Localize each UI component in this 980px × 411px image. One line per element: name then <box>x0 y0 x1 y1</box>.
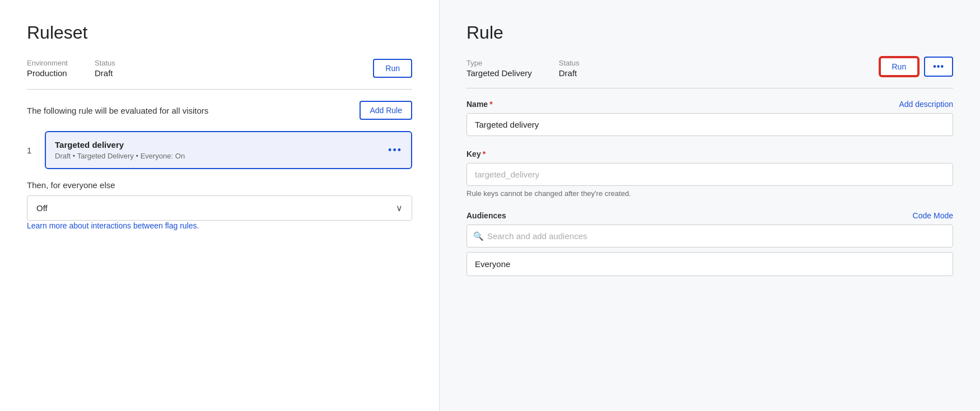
rule-more-icon[interactable]: ••• <box>388 144 402 156</box>
everyone-else-dropdown[interactable]: Off ∨ <box>27 195 412 221</box>
right-more-button[interactable]: ••• <box>924 57 953 77</box>
audience-tag: Everyone <box>466 252 953 276</box>
right-panel: Rule Type Targeted Delivery Status Draft… <box>440 0 980 411</box>
name-required-star: * <box>489 100 492 109</box>
audiences-label: Audiences <box>466 211 506 220</box>
chevron-down-icon: ∨ <box>396 203 403 213</box>
key-hint: Rule keys cannot be changed after they'r… <box>466 189 953 198</box>
environment-value: Production <box>27 68 68 78</box>
rule-number: 1 <box>27 146 38 155</box>
right-divider <box>466 88 953 88</box>
type-meta: Type Targeted Delivery <box>466 59 532 78</box>
key-label: Key* <box>466 150 486 158</box>
key-required-star: * <box>483 150 486 158</box>
name-input[interactable] <box>466 113 953 136</box>
learn-more-link[interactable]: Learn more about interactions between fl… <box>27 221 199 230</box>
left-run-button[interactable]: Run <box>373 59 412 78</box>
left-status-value: Draft <box>95 68 115 78</box>
add-description-link[interactable]: Add description <box>899 100 953 109</box>
add-rule-button[interactable]: Add Rule <box>360 101 412 120</box>
rule-card-meta: Draft • Targeted Delivery • Everyone: On <box>55 152 185 160</box>
rule-card-title: Targeted delivery <box>55 140 185 150</box>
rule-header-row: The following rule will be evaluated for… <box>27 101 412 120</box>
left-panel-title: Ruleset <box>27 22 412 43</box>
code-mode-link[interactable]: Code Mode <box>913 211 953 220</box>
environment-meta: Environment Production <box>27 59 68 78</box>
type-label: Type <box>466 59 532 67</box>
left-status-label: Status <box>95 59 115 67</box>
key-input[interactable] <box>466 163 953 186</box>
audience-search-input[interactable] <box>466 225 953 247</box>
name-section: Name* Add description <box>466 100 953 136</box>
rule-list: 1 Targeted delivery Draft • Targeted Del… <box>27 131 412 169</box>
name-label-row: Name* Add description <box>466 100 953 109</box>
then-label: Then, for everyone else <box>27 180 412 190</box>
left-header-actions: Run <box>27 59 412 78</box>
rule-card[interactable]: Targeted delivery Draft • Targeted Deliv… <box>45 131 412 169</box>
audiences-section: Audiences Code Mode 🔍 Everyone <box>466 211 953 276</box>
right-status-value: Draft <box>559 68 580 78</box>
search-icon: 🔍 <box>473 231 484 241</box>
rule-header-text: The following rule will be evaluated for… <box>27 106 208 115</box>
environment-label: Environment <box>27 59 68 67</box>
right-header-actions: Run ••• <box>466 57 953 77</box>
rule-card-content: Targeted delivery Draft • Targeted Deliv… <box>55 140 185 160</box>
left-panel: Ruleset Environment Production Status Dr… <box>0 0 440 411</box>
type-value: Targeted Delivery <box>466 68 532 78</box>
right-panel-title: Rule <box>466 22 953 43</box>
rule-item-row: 1 Targeted delivery Draft • Targeted Del… <box>27 131 412 169</box>
right-status-label: Status <box>559 59 580 67</box>
key-section: Key* Rule keys cannot be changed after t… <box>466 150 953 198</box>
right-run-button[interactable]: Run <box>880 57 919 76</box>
key-label-row: Key* <box>466 150 953 158</box>
right-status-meta: Status Draft <box>559 59 580 78</box>
audience-search-wrapper: 🔍 <box>466 225 953 247</box>
status-meta: Status Draft <box>95 59 115 78</box>
left-divider <box>27 89 412 90</box>
dropdown-value: Off <box>36 203 48 213</box>
audiences-label-row: Audiences Code Mode <box>466 211 953 220</box>
name-label: Name* <box>466 100 493 109</box>
